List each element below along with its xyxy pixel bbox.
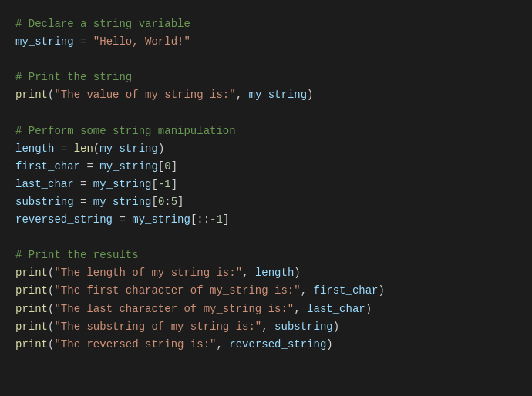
comment-3: # Perform some string manipulation [15, 125, 236, 137]
code-line-10: reversed_string = my_string[::-1] [15, 211, 517, 229]
code-line-2: my_string = "Hello, World!" [15, 33, 517, 51]
builtin-print-1: print [15, 89, 48, 101]
code-line-8: last_char = my_string[-1] [15, 176, 517, 193]
code-line-15: print("The substring of my_string is:", … [15, 318, 517, 336]
comment-2: # Print the string [15, 71, 132, 83]
code-line-7: first_char = my_string[0] [15, 158, 517, 176]
code-line-5: # Perform some string manipulation [15, 122, 517, 140]
code-line-9: substring = my_string[0:5] [15, 193, 517, 211]
empty-line-3 [15, 229, 517, 247]
code-line-16: print("The reversed string is:", reverse… [15, 336, 517, 354]
code-line-6: length = len(my_string) [15, 140, 517, 158]
code-line-1: # Declare a string variable [15, 15, 517, 33]
comment-4: # Print the results [15, 249, 139, 261]
comment-1: # Declare a string variable [15, 18, 190, 30]
code-line-11: # Print the results [15, 247, 517, 264]
var-my-string: my_string [15, 35, 74, 48]
empty-line-2 [15, 104, 517, 122]
empty-line-1 [15, 51, 517, 69]
code-editor: # Declare a string variable my_string = … [0, 0, 532, 396]
code-line-12: print("The length of my_string is:", len… [15, 264, 517, 282]
code-line-14: print("The last character of my_string i… [15, 300, 517, 318]
code-line-3: # Print the string [15, 69, 517, 86]
code-line-13: print("The first character of my_string … [15, 282, 517, 300]
code-line-4: print("The value of my_string is:", my_s… [15, 86, 517, 104]
string-hello: "Hello, World!" [93, 35, 190, 48]
